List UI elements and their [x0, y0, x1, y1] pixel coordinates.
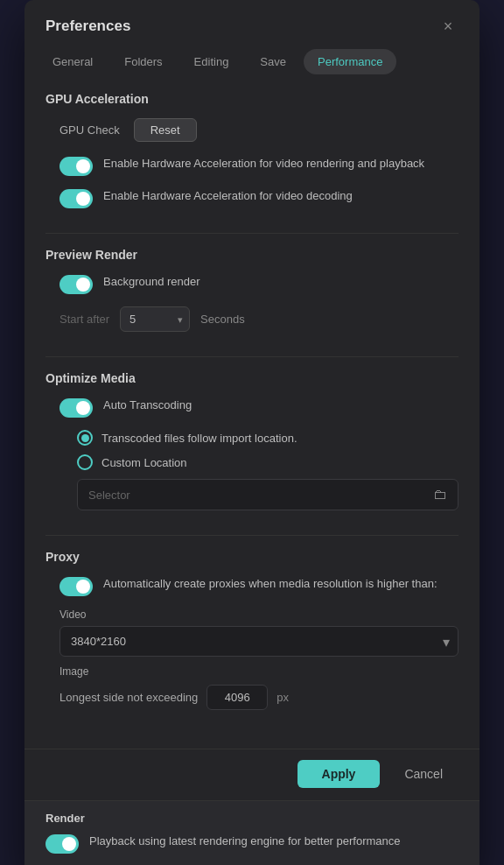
hw-accel-video-toggle-row: Enable Hardware Acceleration for video r… [60, 156, 458, 176]
render-section-title: Render [46, 812, 458, 825]
gpu-check-label: GPU Check [60, 123, 120, 137]
optimize-media-title: Optimize Media [46, 371, 458, 385]
radio-custom-location[interactable] [77, 454, 93, 470]
optimize-media-section: Optimize Media Auto Transcoding Transcod… [46, 371, 458, 510]
bg-render-toggle[interactable] [60, 275, 93, 294]
start-after-label: Start after [60, 313, 109, 326]
proxy-toggle[interactable] [60, 577, 93, 596]
seconds-label: Seconds [200, 313, 245, 326]
proxy-toggle-row: Automatically create proxies when media … [60, 576, 458, 596]
render-toggle[interactable] [46, 834, 79, 854]
tab-general[interactable]: General [38, 49, 107, 74]
image-px-input[interactable] [206, 685, 268, 710]
selector-placeholder-text: Selector [88, 489, 433, 502]
reset-button[interactable]: Reset [134, 118, 197, 142]
dialog-header: Preferences × [24, 0, 480, 49]
dialog-footer: Apply Cancel [24, 749, 480, 800]
image-side-label: Longest side not exceeding [60, 691, 198, 704]
hw-accel-decode-label: Enable Hardware Acceleration for video d… [103, 188, 353, 204]
video-resolution-select-wrap: 3840*2160 [60, 626, 458, 657]
tab-performance[interactable]: Performance [304, 49, 396, 74]
render-section: Render Playback using latest rendering e… [24, 800, 480, 865]
bg-render-label: Background render [103, 274, 200, 290]
tabs-bar: General Folders Editing Save Performance [24, 49, 480, 85]
divider-1 [46, 233, 458, 234]
video-resolution-select[interactable]: 3840*2160 [60, 626, 458, 657]
dialog-title: Preferences [46, 18, 130, 35]
image-field-label: Image [60, 665, 458, 678]
image-resolution-row: Longest side not exceeding px [60, 685, 458, 710]
bg-render-toggle-row: Background render [60, 274, 458, 294]
seconds-select[interactable]: 5 [120, 306, 190, 332]
render-toggle-label: Playback using latest rendering engine f… [89, 833, 401, 849]
tab-folders[interactable]: Folders [110, 49, 176, 74]
hw-accel-decode-toggle-row: Enable Hardware Acceleration for video d… [60, 188, 458, 208]
selector-box[interactable]: Selector 🗀 [77, 479, 458, 510]
start-after-row: Start after 5 Seconds [60, 306, 458, 332]
render-toggle-row: Playback using latest rendering engine f… [46, 833, 458, 854]
auto-transcoding-label: Auto Transcoding [103, 397, 192, 413]
radio-custom-location-label: Custom Location [102, 456, 187, 469]
video-field-label: Video [60, 608, 458, 621]
gpu-section-title: GPU Acceleration [46, 92, 458, 106]
seconds-select-wrap: 5 [120, 306, 190, 332]
hw-accel-decode-toggle[interactable] [60, 189, 93, 208]
auto-transcoding-toggle[interactable] [60, 398, 93, 418]
preferences-dialog: Preferences × General Folders Editing Sa… [24, 0, 480, 865]
proxy-section: Proxy Automatically create proxies when … [46, 550, 458, 710]
proxy-section-title: Proxy [46, 550, 458, 564]
px-unit-label: px [276, 691, 289, 704]
preview-render-title: Preview Render [46, 248, 458, 262]
divider-2 [46, 356, 458, 357]
folder-icon[interactable]: 🗀 [433, 487, 447, 503]
gpu-check-row: GPU Check Reset [60, 118, 458, 142]
content-area: GPU Acceleration GPU Check Reset Enable … [24, 85, 480, 749]
divider-3 [46, 535, 458, 536]
hw-accel-video-label: Enable Hardware Acceleration for video r… [103, 156, 424, 172]
auto-transcoding-toggle-row: Auto Transcoding [60, 397, 458, 418]
radio-import-location-row: Transcoded files follow import location. [77, 430, 458, 446]
radio-import-location[interactable] [77, 430, 93, 446]
apply-button[interactable]: Apply [298, 760, 381, 788]
tab-editing[interactable]: Editing [180, 49, 243, 74]
proxy-toggle-label: Automatically create proxies when media … [103, 576, 438, 592]
close-button[interactable]: × [438, 16, 458, 37]
preview-render-section: Preview Render Background render Start a… [46, 248, 458, 332]
radio-import-location-label: Transcoded files follow import location. [102, 432, 298, 445]
hw-accel-video-toggle[interactable] [60, 157, 93, 176]
gpu-acceleration-section: GPU Acceleration GPU Check Reset Enable … [46, 92, 458, 208]
radio-custom-location-row: Custom Location [77, 454, 458, 470]
tab-save[interactable]: Save [246, 49, 300, 74]
cancel-button[interactable]: Cancel [388, 760, 458, 788]
